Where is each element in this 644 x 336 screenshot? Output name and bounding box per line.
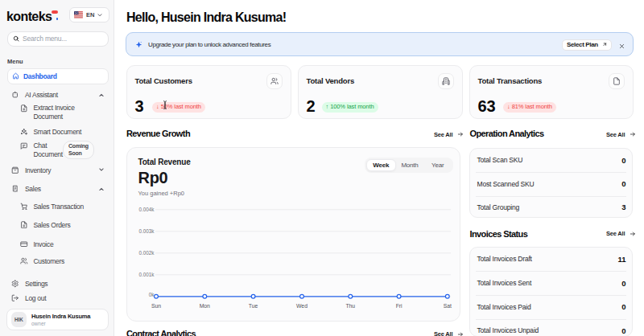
svg-text:0.004k: 0.004k bbox=[138, 207, 155, 212]
svg-text:0.001k: 0.001k bbox=[138, 272, 155, 277]
svg-text:Fri: Fri bbox=[396, 303, 402, 309]
svg-text:Wed: Wed bbox=[296, 303, 308, 309]
svg-text:Mon: Mon bbox=[200, 303, 210, 309]
svg-text:Sat: Sat bbox=[444, 303, 452, 309]
svg-text:Sun: Sun bbox=[151, 303, 161, 309]
svg-text:0.002k: 0.002k bbox=[138, 250, 155, 256]
svg-text:0.003k: 0.003k bbox=[138, 227, 155, 233]
svg-text:Thu: Thu bbox=[345, 303, 355, 309]
svg-text:Tue: Tue bbox=[249, 303, 258, 309]
